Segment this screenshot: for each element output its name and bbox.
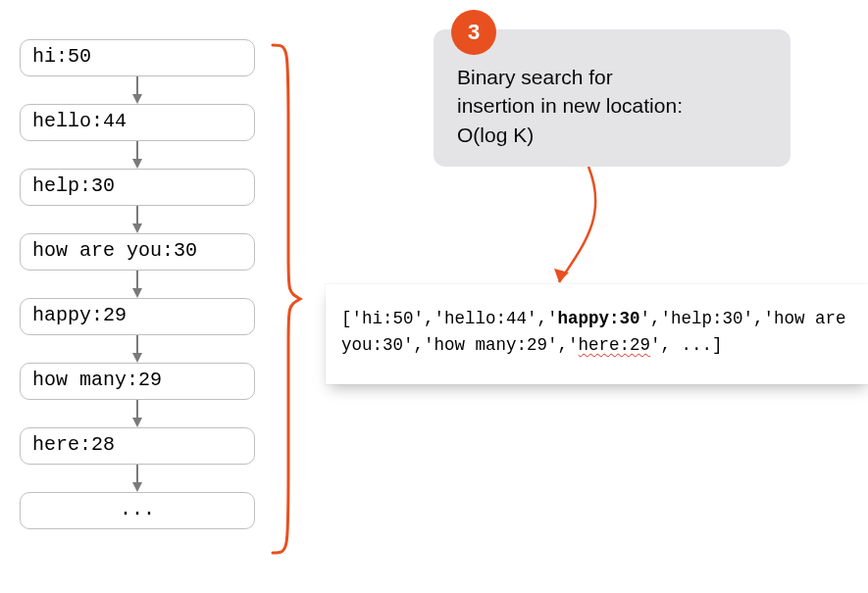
callout-line: insertion in new location: bbox=[457, 91, 771, 120]
list-node: how are you:30 bbox=[20, 233, 255, 271]
list-node: here:28 bbox=[20, 427, 255, 465]
list-node: help:30 bbox=[20, 169, 255, 206]
arrow-down-icon bbox=[20, 141, 255, 169]
arrow-down-icon bbox=[20, 271, 255, 298]
output-inserted-item: happy:30 bbox=[558, 309, 640, 328]
callout-line: O(log K) bbox=[457, 121, 771, 149]
output-text: ['hi:50','hello:44',' bbox=[341, 309, 558, 328]
list-node: happy:29 bbox=[20, 298, 255, 335]
svg-marker-1 bbox=[132, 94, 142, 104]
list-node: hello:44 bbox=[20, 104, 255, 141]
svg-marker-5 bbox=[132, 223, 142, 233]
step-badge: 3 bbox=[451, 10, 496, 55]
svg-marker-11 bbox=[132, 418, 142, 427]
result-array-panel: ['hi:50','hello:44','happy:30','help:30'… bbox=[326, 284, 868, 384]
list-node-ellipsis: ... bbox=[20, 492, 255, 529]
callout-line: Binary search for bbox=[457, 63, 771, 91]
svg-marker-13 bbox=[132, 482, 142, 492]
list-node: how many:29 bbox=[20, 363, 255, 400]
arrow-down-icon bbox=[20, 206, 255, 233]
output-flagged-item: here:29 bbox=[579, 335, 651, 355]
arrow-down-icon bbox=[20, 76, 255, 104]
arrow-down-icon bbox=[20, 335, 255, 363]
step-number: 3 bbox=[468, 20, 480, 45]
svg-marker-9 bbox=[132, 353, 142, 363]
pointer-arrow-icon bbox=[549, 167, 657, 298]
output-text: ', ...] bbox=[650, 335, 723, 355]
list-node: hi:50 bbox=[20, 39, 255, 76]
curly-brace-icon bbox=[265, 39, 304, 563]
arrow-down-icon bbox=[20, 465, 255, 492]
linked-list-column: hi:50 hello:44 help:30 how are you:30 ha… bbox=[20, 39, 255, 529]
arrow-down-icon bbox=[20, 400, 255, 427]
svg-marker-3 bbox=[132, 159, 142, 169]
svg-marker-7 bbox=[132, 288, 142, 298]
